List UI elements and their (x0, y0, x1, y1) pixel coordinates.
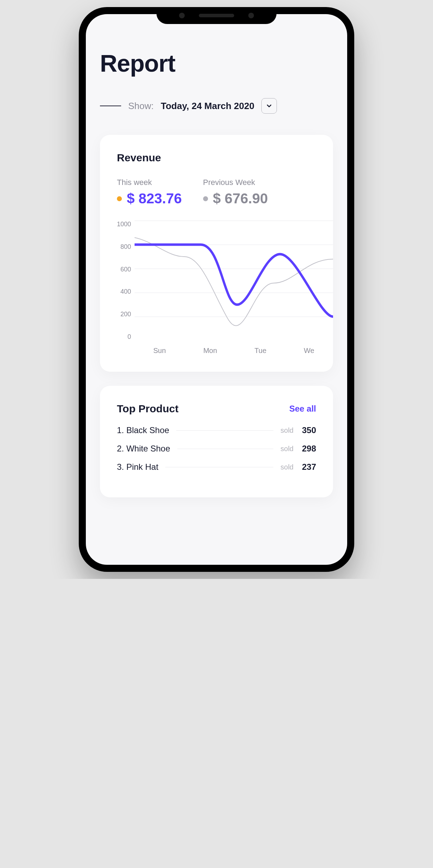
y-axis: 1000 800 600 400 200 0 (113, 221, 131, 341)
sold-label: sold (280, 445, 293, 453)
show-label: Show: (128, 101, 154, 112)
chevron-down-icon (266, 102, 273, 109)
x-tick: Sun (153, 347, 166, 355)
sold-label: sold (280, 463, 293, 471)
x-tick: We (304, 347, 314, 355)
this-week-label: This week (117, 178, 182, 187)
phone-frame: Report Show: Today, 24 March 2020 Revenu… (79, 7, 354, 572)
revenue-summary: This week $ 823.76 Previous Week $ 676.9… (117, 178, 316, 206)
top-product-card: Top Product See all 1. Black Shoe sold 3… (100, 386, 333, 497)
date-dropdown-button[interactable] (261, 98, 277, 114)
see-all-link[interactable]: See all (289, 404, 316, 414)
sold-count: 298 (298, 444, 316, 454)
list-item: 2. White Shoe sold 298 (117, 444, 316, 454)
x-axis: Sun Mon Tue We (135, 347, 333, 355)
revenue-chart: 1000 800 600 400 200 0 (113, 221, 333, 355)
previous-week-block: Previous Week $ 676.90 (203, 178, 268, 206)
product-name: 2. White Shoe (117, 444, 170, 454)
this-week-block: This week $ 823.76 (117, 178, 182, 206)
sold-count: 350 (298, 425, 316, 435)
show-value: Today, 24 March 2020 (161, 101, 254, 112)
date-filter: Show: Today, 24 March 2020 (100, 98, 333, 114)
y-tick: 400 (113, 288, 131, 295)
top-product-title: Top Product (117, 403, 178, 415)
y-tick: 1000 (113, 221, 131, 228)
divider (177, 449, 274, 449)
list-item: 1. Black Shoe sold 350 (117, 425, 316, 435)
product-name: 3. Pink Hat (117, 462, 158, 472)
x-tick: Tue (255, 347, 267, 355)
y-tick: 800 (113, 243, 131, 251)
revenue-card: Revenue This week $ 823.76 Previous Week (100, 135, 333, 372)
decorative-line (100, 106, 121, 106)
previous-week-value: $ 676.90 (213, 191, 268, 206)
x-tick: Mon (203, 347, 217, 355)
divider (176, 430, 273, 431)
y-tick: 0 (113, 333, 131, 341)
chart-lines (135, 221, 333, 341)
y-tick: 600 (113, 266, 131, 273)
previous-week-label: Previous Week (203, 178, 268, 187)
dot-icon (117, 196, 122, 201)
dot-icon (203, 196, 208, 201)
revenue-title: Revenue (117, 152, 316, 164)
page-title: Report (100, 49, 333, 77)
this-week-value: $ 823.76 (127, 191, 182, 206)
list-item: 3. Pink Hat sold 237 (117, 462, 316, 472)
sold-count: 237 (298, 462, 316, 472)
phone-notch (156, 7, 277, 24)
product-name: 1. Black Shoe (117, 425, 169, 435)
screen: Report Show: Today, 24 March 2020 Revenu… (86, 14, 347, 565)
sold-label: sold (280, 426, 293, 435)
y-tick: 200 (113, 311, 131, 318)
divider (165, 467, 273, 467)
